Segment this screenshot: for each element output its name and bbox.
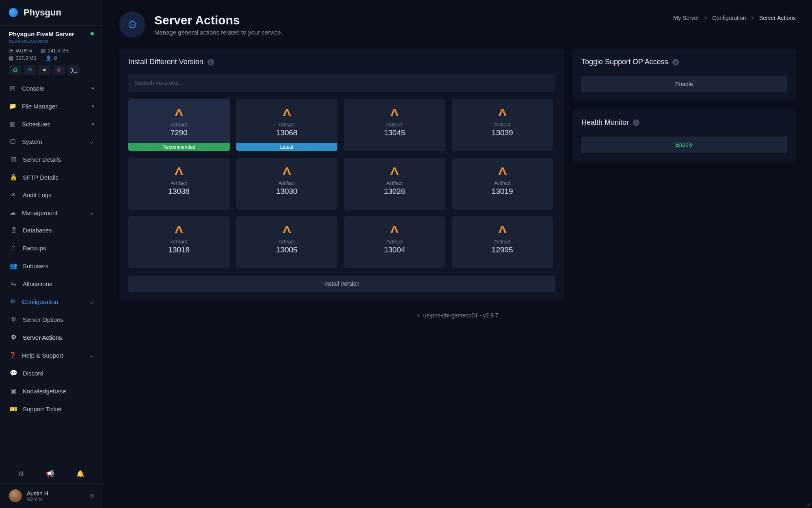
nav-databases[interactable]: 🗄Databases: [0, 221, 103, 239]
search-versions-input[interactable]: [128, 74, 555, 92]
chevron-right-icon: >: [751, 15, 754, 21]
version-card[interactable]: Λ Artifact 13045: [344, 99, 445, 151]
version-card[interactable]: Λ Artifact 13068 Latest: [236, 99, 338, 151]
resize-handle-icon[interactable]: [805, 501, 810, 506]
nav-subusers[interactable]: 👥Subusers: [0, 257, 103, 275]
main: ⚙ Server Actions Manage general actions …: [103, 0, 812, 508]
restart-button[interactable]: ⟲: [24, 65, 36, 75]
nav-console[interactable]: ▤Console: [0, 79, 103, 97]
logo-icon: [9, 8, 18, 17]
footer-note: ⑂ us-phs-chi-gamecp01 - v2.9.7: [119, 312, 796, 319]
version-card[interactable]: Λ Artifact 7290 Recommended: [128, 99, 230, 151]
version-card[interactable]: Λ Artifact 13038: [128, 158, 230, 210]
breadcrumb-current: Server Actions: [759, 15, 796, 21]
version-number: 12995: [492, 245, 513, 254]
monitor-icon: 🖵: [9, 138, 16, 145]
enable-health-button[interactable]: Enable: [581, 137, 787, 153]
memory-icon: ▤: [41, 48, 45, 54]
info-icon[interactable]: i: [207, 59, 214, 65]
health-monitor-panel: Health Monitor i Enable: [572, 109, 796, 162]
breadcrumb-item[interactable]: Configuration: [712, 15, 746, 21]
server-ip: xx.xx.xxx.xx:xxxxx: [9, 38, 94, 44]
status-indicator-icon: [91, 32, 94, 35]
version-card[interactable]: Λ Artifact 13026: [344, 158, 445, 210]
artifact-label: Artifact: [494, 180, 510, 186]
version-number: 13005: [276, 245, 298, 254]
panel-title: Health Monitor i: [581, 118, 787, 127]
breadcrumb-item[interactable]: My Server: [673, 15, 699, 21]
nav-management[interactable]: ☁Management⌄: [0, 204, 103, 221]
nav-support-ticket[interactable]: 🎫Support Ticket: [0, 400, 103, 418]
logo-row[interactable]: Physgun: [0, 0, 103, 26]
server-name: Physgun FiveM Server: [9, 30, 94, 37]
artifact-label: Artifact: [279, 239, 295, 245]
dot-icon: [92, 105, 94, 107]
user-name: Austin H: [27, 490, 85, 497]
nav-sftp-details[interactable]: 🔒SFTP Details: [0, 168, 103, 186]
version-card[interactable]: Λ Artifact 13030: [236, 158, 338, 210]
artifact-icon: Λ: [283, 106, 291, 119]
info-icon[interactable]: i: [672, 59, 679, 65]
cpu-stat: ◔40.09%: [9, 48, 32, 54]
version-card[interactable]: Λ Artifact 13018: [128, 216, 230, 268]
version-number: 13019: [492, 187, 513, 196]
players-stat: 👤0: [45, 55, 57, 61]
artifact-label: Artifact: [387, 122, 403, 128]
ticket-icon: 🎫: [10, 405, 17, 412]
version-card[interactable]: Λ Artifact 13039: [452, 99, 553, 151]
breadcrumb: My Server > Configuration > Server Actio…: [673, 15, 796, 21]
user-row: Austin H ADMIN ⎋: [0, 484, 103, 508]
bell-icon[interactable]: 🔔: [76, 470, 84, 478]
avatar[interactable]: [9, 489, 22, 502]
nav-file-manager[interactable]: 📁File Manager: [0, 97, 103, 115]
artifact-icon: Λ: [498, 106, 507, 119]
dot-icon: [92, 87, 94, 89]
install-version-button[interactable]: Install Version: [128, 276, 555, 292]
artifact-label: Artifact: [494, 239, 510, 245]
network-icon: ⇆: [10, 280, 17, 287]
start-button[interactable]: ⏻: [9, 65, 21, 75]
nav-backups[interactable]: ⇪Backups: [0, 239, 103, 257]
page-title: Server Actions: [154, 13, 283, 27]
announce-icon[interactable]: 📢: [46, 470, 54, 478]
nav-server-actions[interactable]: ⚙Server Actions: [0, 328, 103, 346]
version-card[interactable]: Λ Artifact 13004: [344, 216, 445, 268]
sidebar-footer: ⚙ 📢 🔔 Austin H ADMIN ⎋: [0, 464, 103, 508]
book-icon: ▣: [10, 387, 17, 395]
latest-badge: Latest: [236, 143, 338, 151]
chevron-down-icon: ⌄: [89, 139, 94, 145]
nav-server-details[interactable]: ▥Server Details: [0, 150, 103, 168]
nav-audit-logs[interactable]: 👁Audit Logs: [0, 186, 103, 204]
brand-name: Physgun: [24, 7, 61, 18]
version-card[interactable]: Λ Artifact 12995: [452, 216, 553, 268]
artifact-icon: Λ: [390, 106, 399, 119]
terminal-button[interactable]: ❯_: [67, 65, 80, 75]
settings-icon[interactable]: ⚙: [18, 470, 24, 478]
gears-icon: ⚙: [10, 334, 17, 341]
nav-configuration[interactable]: ⚙Configuration⌄: [0, 293, 103, 310]
version-number: 13026: [384, 187, 405, 196]
nav-system[interactable]: 🖵System⌄: [0, 133, 103, 150]
artifact-icon: Λ: [283, 224, 291, 236]
nav-knowledgebase[interactable]: ▣Knowledgebase: [0, 382, 103, 400]
panel-title: Install Different Version i: [128, 58, 555, 66]
chevron-down-icon: ⌄: [89, 299, 94, 305]
kill-button[interactable]: ⊘: [53, 65, 65, 75]
recommended-badge: Recommended: [128, 143, 230, 151]
logout-icon[interactable]: ⎋: [90, 492, 94, 499]
artifact-icon: Λ: [498, 224, 507, 236]
nav-help-support[interactable]: ❓Help & Support⌄: [0, 346, 103, 364]
version-card[interactable]: Λ Artifact 13005: [236, 216, 338, 268]
info-icon[interactable]: i: [633, 119, 639, 126]
version-card[interactable]: Λ Artifact 13019: [452, 158, 553, 210]
calendar-icon: ▦: [9, 120, 16, 128]
nav-allocations[interactable]: ⇆Allocations: [0, 275, 103, 293]
nav-discord[interactable]: 💬Discord: [0, 364, 103, 382]
disk-icon: ▤: [9, 55, 13, 61]
artifact-label: Artifact: [171, 239, 187, 245]
nav-schedules[interactable]: ▦Schedules: [0, 115, 103, 133]
nav-server-options[interactable]: ⚙Server Options: [0, 310, 103, 328]
stop-button[interactable]: ■: [38, 65, 50, 75]
user-icon: 👤: [45, 55, 52, 61]
enable-support-button[interactable]: Enable: [581, 76, 787, 92]
